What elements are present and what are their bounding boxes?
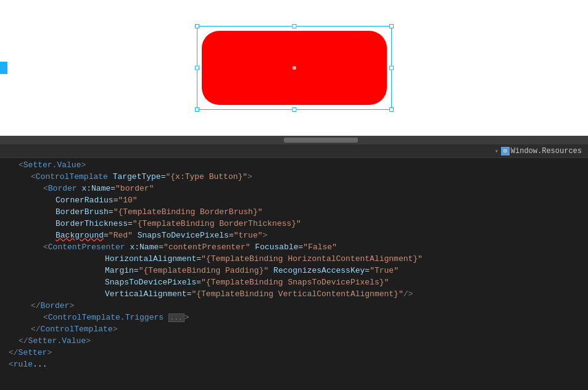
code-line-9: HorizontalAlignment="{TemplateBinding Ho… [6,253,588,265]
breadcrumb-arrow[interactable]: ▾ [495,147,499,155]
breadcrumb-icon: ⊟ [501,147,510,156]
code-line-6: BorderThickness="{TemplateBinding Border… [6,218,588,230]
button-preview[interactable] [202,31,387,105]
code-line-17: </Setter> [6,347,588,359]
horizontal-scrollbar[interactable] [0,136,588,144]
code-line-3: <Border x:Name="border" [6,183,588,194]
handle-middle-right[interactable] [389,66,394,70]
code-line-14: <ControlTemplate.Triggers ...> [6,312,588,323]
code-line-12: VerticalAlignment="{TemplateBinding Vert… [6,288,588,300]
handle-bottom-center[interactable] [292,107,296,112]
background-attr: Background [56,231,104,240]
code-line-5: BorderBrush="{TemplateBinding BorderBrus… [6,206,588,218]
handle-top-left[interactable] [195,24,199,28]
button-preview-wrapper [202,31,387,105]
code-line-partial: <rule... [6,359,588,370]
handle-bottom-left[interactable] [195,107,199,112]
tag-bracket: > [81,160,86,170]
collapse-indicator[interactable]: ... [168,313,184,322]
code-line-15: </ControlTemplate> [6,323,588,335]
breadcrumb-text[interactable]: Window.Resources [511,147,582,156]
code-content: <Setter.Value> <ControlTemplate TargetTy… [0,158,588,371]
code-line-4: CornerRadius="10" [6,194,588,206]
code-line-10: Margin="{TemplateBinding Padding}" Recog… [6,265,588,276]
breadcrumb-bar: ▾ ⊟ Window.Resources [0,144,588,158]
code-line-8: <ContentPresenter x:Name="contentPresent… [6,241,588,253]
code-line-2: <ControlTemplate TargetType="{x:Type But… [6,171,588,183]
code-line-7: Background="Red" SnapsToDevicePixels="tr… [6,230,588,241]
tag-setter-value: Setter.Value [23,160,81,170]
handle-middle-left[interactable] [195,66,199,70]
code-panel: ▾ ⊟ Window.Resources <Setter.Value> <Con… [0,144,588,390]
scrollbar-track [0,138,588,143]
scrollbar-thumb[interactable] [284,138,358,143]
code-line-13: </Border> [6,300,588,312]
code-line-16: </Setter.Value> [6,335,588,347]
code-line-1: <Setter.Value> [6,159,588,171]
handle-bottom-right[interactable] [389,107,394,112]
handle-top-right[interactable] [389,24,394,28]
design-surface [0,0,588,136]
button-center-dot [292,66,296,70]
code-line-11: SnapsToDevicePixels="{TemplateBinding Sn… [6,276,588,288]
selection-left-indicator [0,62,7,74]
handle-top-center[interactable] [292,24,296,28]
tag-bracket: < [19,160,23,170]
